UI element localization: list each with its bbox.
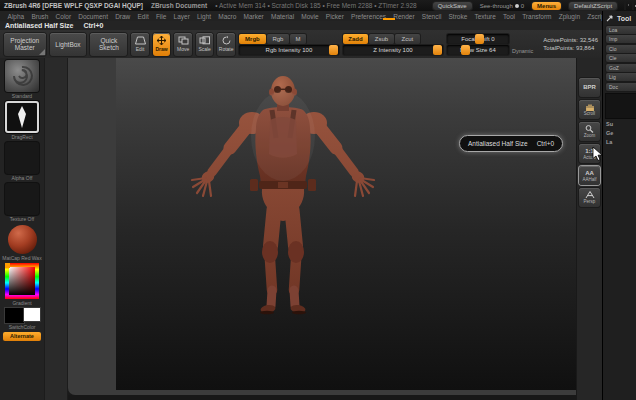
z-intensity-handle[interactable] (433, 45, 442, 55)
menu-color[interactable]: Color (52, 13, 75, 20)
tool-load-button[interactable]: Loa (606, 26, 636, 34)
focal-shift-slider[interactable]: Focal Shift 0 (447, 34, 509, 44)
stroke-dragrect-icon (14, 105, 30, 129)
rotate-mode-button[interactable]: Rotate (217, 33, 235, 56)
aahalf-tooltip: Antialiased Half Size Ctrl+0 (459, 135, 563, 152)
mrgb-button[interactable]: Mrgb (239, 34, 266, 44)
dynamic-label[interactable]: Dynamic (512, 48, 533, 54)
tool-clone-button[interactable]: Clo (606, 45, 636, 53)
tool-goz-button[interactable]: GoZ (606, 64, 636, 72)
subtool-section-label[interactable]: Su (606, 121, 636, 127)
rgb-intensity-handle[interactable] (329, 45, 338, 55)
scale-mode-button[interactable]: Scale (196, 33, 214, 56)
zadd-button[interactable]: Zadd (343, 34, 368, 44)
persp-button[interactable]: Persp (579, 188, 600, 207)
rotate-label: Rotate (219, 46, 234, 52)
menu-picker[interactable]: Picker (322, 13, 347, 20)
scroll-button[interactable]: Scroll (579, 100, 600, 119)
menu-edit[interactable]: Edit (134, 13, 152, 20)
color-swatches (5, 308, 40, 323)
hint-shortcut: Ctrl+0 (83, 22, 103, 29)
menu-macro[interactable]: Macro (215, 13, 240, 20)
tool-import-button[interactable]: Imp (606, 35, 636, 43)
aahalf-button[interactable]: AA AAHalf (579, 166, 600, 185)
edit-mode-button[interactable]: Edit (131, 33, 149, 56)
stroke-selector[interactable] (5, 101, 39, 133)
menu-zplugin[interactable]: Zplugin (555, 13, 584, 20)
menu-movie[interactable]: Movie (298, 13, 323, 20)
left-tray[interactable] (44, 58, 68, 400)
alpha-selector[interactable] (5, 142, 39, 174)
menu-material[interactable]: Material (267, 13, 297, 20)
sculpt-model (178, 66, 388, 326)
switch-color-label[interactable]: SwitchColor (9, 324, 36, 330)
tool-clear-button[interactable]: Cle (606, 54, 636, 62)
see-through-knob-icon[interactable] (515, 4, 519, 8)
menu-texture[interactable]: Texture (471, 13, 500, 20)
stroke-label: DragRect (11, 134, 32, 140)
material-label: MatCap Red Wax (2, 255, 41, 261)
quicksave-button[interactable]: QuickSave (433, 2, 472, 10)
draw-size-slider[interactable]: Draw Size 64 (447, 45, 509, 55)
color-picker[interactable] (5, 263, 39, 299)
m-button[interactable]: M (290, 34, 306, 44)
gradient-label[interactable]: Gradient (12, 300, 31, 306)
z-intensity-slider[interactable]: Z Intensity 100 (343, 45, 443, 55)
menu-transform[interactable]: Transform (519, 13, 556, 20)
zcut-button[interactable]: Zcut (395, 34, 420, 44)
draw-icon (156, 36, 167, 45)
zoom-magnifier-icon (585, 125, 594, 133)
tool-preview-box (606, 94, 636, 118)
menu-file[interactable]: File (152, 13, 170, 20)
alternate-button[interactable]: Alternate (3, 332, 41, 341)
menu-brush[interactable]: Brush (28, 13, 52, 20)
tool-lightbox-button[interactable]: Lig (606, 73, 636, 81)
hover-hint-bar: Antialiased Half Size Ctrl+0 (0, 21, 602, 30)
menu-stroke[interactable]: Stroke (445, 13, 471, 20)
default-zscript-button[interactable]: DefaultZScript (569, 2, 617, 10)
bpr-button[interactable]: BPR (579, 78, 600, 97)
menu-light[interactable]: Light (193, 13, 214, 20)
menu-layer[interactable]: Layer (170, 13, 193, 20)
move-mode-button[interactable]: Move (174, 33, 192, 56)
aahalf-icon: AA (585, 170, 594, 177)
texture-label: Texture Off (10, 216, 34, 222)
rgb-button[interactable]: Rgb (267, 34, 289, 44)
menu-alpha[interactable]: Alpha (4, 13, 28, 20)
menu-tool[interactable]: Tool (499, 13, 518, 20)
scale-icon (199, 36, 210, 45)
main-color-swatch[interactable] (5, 308, 24, 323)
zoom-button[interactable]: Zoom (579, 122, 600, 141)
tool-document-button[interactable]: Doc (606, 83, 636, 91)
color-picker-sv-area[interactable] (9, 267, 35, 295)
zsub-button[interactable]: Zsub (369, 34, 394, 44)
menu-draw[interactable]: Draw (112, 13, 134, 20)
menu-document[interactable]: Document (75, 13, 112, 20)
canvas-viewport[interactable] (68, 58, 576, 395)
zoom-label: Zoom (584, 133, 596, 138)
menu-marker[interactable]: Marker (240, 13, 267, 20)
draw-mode-button[interactable]: Draw (153, 33, 171, 56)
scroll-hand-icon (585, 103, 595, 111)
rgb-intensity-slider[interactable]: Rgb Intensity 100 (239, 45, 339, 55)
texture-selector[interactable] (5, 183, 39, 215)
quick-sketch-button[interactable]: Quick Sketch (90, 33, 127, 56)
brush-selector[interactable] (5, 60, 39, 92)
tooltip-text: Antialiased Half Size (468, 140, 528, 147)
layers-section-label[interactable]: La (606, 139, 636, 145)
material-selector[interactable] (5, 224, 39, 254)
brush-label: Standard (12, 93, 32, 99)
menu-stencil[interactable]: Stencil (418, 13, 445, 20)
menus-toggle-button[interactable]: Menus (532, 2, 561, 10)
draw-size-handle[interactable] (461, 45, 470, 55)
projection-master-button[interactable]: Projection Master (4, 33, 46, 56)
geometry-section-label[interactable]: Ge (606, 130, 636, 136)
focal-shift-handle[interactable] (475, 34, 484, 44)
tool-palette-title[interactable]: Tool (617, 15, 631, 22)
lightbox-button[interactable]: LightBox (50, 33, 87, 56)
secondary-color-swatch[interactable] (24, 308, 40, 321)
tooltip-shortcut: Ctrl+0 (537, 140, 555, 147)
see-through-value: 0 (521, 3, 524, 9)
see-through-slider[interactable]: See-through 0 (480, 3, 524, 9)
points-readout: ActivePoints: 32,546 TotalPoints: 93,864 (543, 36, 598, 52)
